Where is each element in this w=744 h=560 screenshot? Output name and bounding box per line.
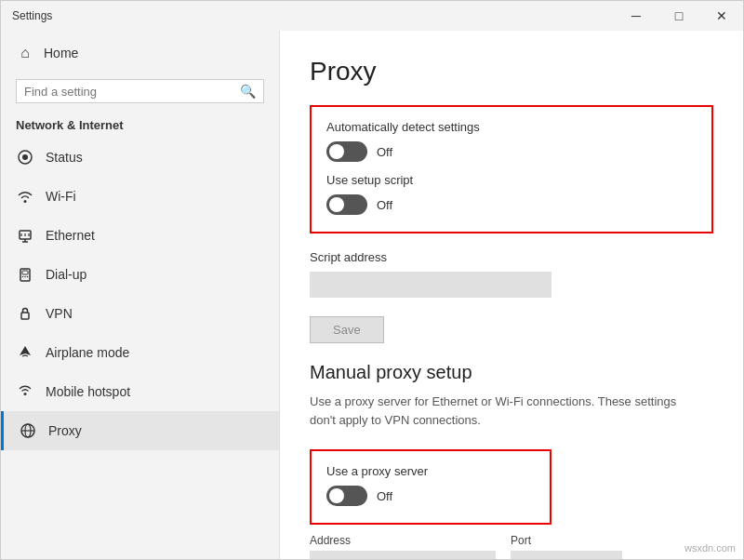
svg-point-11 bbox=[24, 276, 26, 278]
use-proxy-label: Use a proxy server bbox=[326, 464, 535, 478]
use-proxy-toggle-row: Off bbox=[326, 486, 535, 506]
watermark: wsxdn.com bbox=[684, 542, 736, 553]
close-button[interactable]: ✕ bbox=[700, 1, 743, 31]
airplane-icon bbox=[16, 343, 34, 362]
svg-point-1 bbox=[22, 154, 28, 160]
port-input[interactable] bbox=[511, 551, 622, 559]
sidebar-home[interactable]: ⌂ Home bbox=[1, 31, 279, 75]
ethernet-icon bbox=[16, 226, 34, 245]
search-input[interactable] bbox=[24, 85, 234, 99]
setup-script-toggle-label: Off bbox=[377, 198, 392, 212]
auto-detect-toggle-row: Off bbox=[326, 141, 697, 162]
use-proxy-toggle-label: Off bbox=[377, 489, 392, 503]
save-button[interactable]: Save bbox=[310, 316, 384, 343]
sidebar-item-dialup[interactable]: Dial-up bbox=[1, 255, 279, 294]
address-field-group: Address bbox=[310, 534, 496, 559]
sidebar-item-proxy-label: Proxy bbox=[48, 423, 82, 438]
titlebar-title: Settings bbox=[12, 9, 52, 22]
port-field-group: Port bbox=[511, 534, 622, 559]
minimize-button[interactable]: ─ bbox=[615, 1, 658, 31]
address-port-row: Address Port bbox=[310, 534, 713, 559]
sidebar-section-title: Network & Internet bbox=[1, 111, 279, 138]
script-address-label: Script address bbox=[310, 250, 713, 264]
settings-window: Settings ─ □ ✕ ⌂ Home 🔍 Network & Intern… bbox=[0, 0, 744, 560]
port-label: Port bbox=[511, 534, 622, 547]
manual-proxy-desc: Use a proxy server for Ethernet or Wi-Fi… bbox=[310, 393, 700, 429]
manual-proxy-title: Manual proxy setup bbox=[310, 362, 713, 383]
sidebar-item-vpn[interactable]: VPN bbox=[1, 294, 279, 333]
dialup-icon bbox=[16, 265, 34, 284]
sidebar-item-ethernet-label: Ethernet bbox=[46, 228, 95, 243]
address-input[interactable] bbox=[310, 551, 496, 559]
automatic-setup-section: Automatically detect settings Off Use se… bbox=[310, 105, 713, 233]
sidebar-item-hotspot-label: Mobile hotspot bbox=[46, 384, 130, 399]
auto-detect-toggle[interactable] bbox=[326, 141, 367, 162]
use-proxy-section: Use a proxy server Off bbox=[310, 449, 551, 525]
script-address-input[interactable] bbox=[310, 272, 551, 298]
svg-point-10 bbox=[22, 276, 24, 278]
svg-point-12 bbox=[27, 276, 29, 278]
sidebar-item-airplane-label: Airplane mode bbox=[46, 345, 129, 360]
sidebar-item-ethernet[interactable]: Ethernet bbox=[1, 216, 279, 255]
page-title: Proxy bbox=[310, 57, 713, 87]
main-content: Proxy Automatically detect settings Off … bbox=[280, 31, 743, 559]
sidebar-item-dialup-label: Dial-up bbox=[46, 267, 86, 282]
sidebar-item-vpn-label: VPN bbox=[46, 306, 73, 321]
sidebar: ⌂ Home 🔍 Network & Internet Status bbox=[1, 31, 280, 559]
proxy-icon bbox=[19, 421, 37, 440]
sidebar-item-airplane[interactable]: Airplane mode bbox=[1, 333, 279, 372]
setup-script-toggle[interactable] bbox=[326, 194, 367, 215]
content-area: ⌂ Home 🔍 Network & Internet Status bbox=[1, 31, 743, 559]
home-icon: ⌂ bbox=[16, 44, 34, 62]
setup-script-toggle-row: Off bbox=[326, 194, 697, 215]
home-label: Home bbox=[44, 46, 78, 60]
use-proxy-toggle[interactable] bbox=[326, 486, 367, 506]
sidebar-item-proxy[interactable]: Proxy bbox=[1, 411, 279, 450]
sidebar-item-wifi[interactable]: Wi-Fi bbox=[1, 177, 279, 216]
address-label: Address bbox=[310, 534, 496, 547]
setup-script-label: Use setup script bbox=[326, 173, 697, 187]
sidebar-item-wifi-label: Wi-Fi bbox=[46, 189, 76, 204]
sidebar-item-hotspot[interactable]: Mobile hotspot bbox=[1, 372, 279, 411]
maximize-button[interactable]: □ bbox=[658, 1, 700, 31]
sidebar-item-status-label: Status bbox=[46, 150, 83, 165]
wifi-icon bbox=[16, 187, 34, 206]
sidebar-search-box[interactable]: 🔍 bbox=[16, 79, 264, 103]
auto-detect-toggle-label: Off bbox=[377, 145, 392, 159]
titlebar-controls: ─ □ ✕ bbox=[615, 1, 743, 31]
hotspot-icon bbox=[16, 382, 34, 401]
svg-rect-13 bbox=[21, 313, 29, 319]
auto-detect-label: Automatically detect settings bbox=[326, 120, 697, 134]
sidebar-item-status[interactable]: Status bbox=[1, 138, 279, 177]
vpn-icon bbox=[16, 304, 34, 323]
search-icon: 🔍 bbox=[240, 84, 256, 99]
svg-rect-9 bbox=[22, 271, 28, 274]
status-icon bbox=[16, 148, 34, 167]
titlebar: Settings ─ □ ✕ bbox=[1, 1, 743, 31]
